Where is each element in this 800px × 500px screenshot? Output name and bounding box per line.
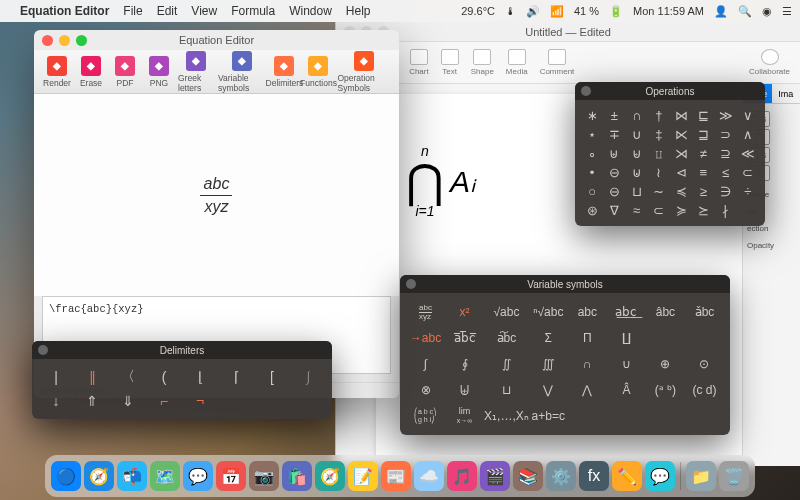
var-symbol[interactable] (685, 403, 724, 429)
bg-tb-collab[interactable]: Collaborate (749, 49, 790, 76)
var-symbol[interactable]: ⋀ (568, 377, 607, 403)
dock-app-9[interactable]: 📝 (348, 461, 378, 491)
var-symbol[interactable]: Â (607, 377, 646, 403)
delim-symbol[interactable]: [ (254, 365, 290, 389)
delim-symbol[interactable]: ⎰ (290, 365, 326, 389)
inspector-tab-image[interactable]: Ima (772, 84, 801, 104)
battery-icon[interactable]: 🔋 (609, 5, 623, 18)
menu-formula[interactable]: Formula (231, 4, 275, 18)
dock-app-3[interactable]: 🗺️ (150, 461, 180, 491)
var-symbol[interactable] (685, 325, 724, 351)
dock-app-2[interactable]: 📬 (117, 461, 147, 491)
var-symbol[interactable]: ⎛a b c⎞⎝g h i⎠ (406, 403, 445, 429)
op-symbol[interactable]: ∪ (626, 125, 648, 144)
delim-symbol[interactable]: ⌊ (182, 365, 218, 389)
op-symbol[interactable]: ∇ (603, 201, 625, 220)
bg-tb-chart[interactable]: Chart (409, 49, 429, 76)
var-symbol[interactable] (646, 325, 685, 351)
op-symbol[interactable]: ≫ (715, 106, 737, 125)
notification-icon[interactable]: ☰ (782, 5, 792, 18)
delim-symbol[interactable] (218, 389, 254, 413)
var-symbol[interactable]: a+b=c (529, 403, 568, 429)
traffic-lights[interactable] (42, 35, 87, 46)
var-symbol[interactable]: (c d) (685, 377, 724, 403)
var-symbol[interactable]: a͠bc (484, 325, 529, 351)
op-symbol[interactable]: ⪰ (692, 201, 714, 220)
var-symbol[interactable]: ∐ (607, 325, 646, 351)
op-symbol[interactable]: ≼ (670, 182, 692, 201)
op-symbol[interactable]: ≽ (670, 201, 692, 220)
dock-app-5[interactable]: 📅 (216, 461, 246, 491)
op-symbol[interactable]: ⊔ (626, 182, 648, 201)
var-symbol[interactable]: X₁,…,Xₙ (484, 403, 529, 429)
op-symbol[interactable]: ⊂ (737, 163, 759, 182)
op-symbol[interactable]: ≡ (692, 163, 714, 182)
bg-tb-media[interactable]: Media (506, 49, 528, 76)
ee-tb-operation-symbols[interactable]: ◆Operation Symbols (337, 51, 391, 93)
op-symbol[interactable]: ∋ (715, 182, 737, 201)
ee-tb-functions[interactable]: ◆Functions (303, 56, 333, 88)
var-symbol[interactable]: (ᵃ ᵇ) (646, 377, 685, 403)
clock[interactable]: Mon 11:59 AM (633, 5, 704, 17)
var-symbol[interactable]: ∫ (406, 351, 445, 377)
op-symbol[interactable]: ⊒ (692, 125, 714, 144)
menu-edit[interactable]: Edit (157, 4, 178, 18)
delim-symbol[interactable]: ( (146, 365, 182, 389)
ee-titlebar[interactable]: Equation Editor (34, 30, 399, 50)
var-symbol[interactable] (607, 403, 646, 429)
op-symbol[interactable]: ∓ (603, 125, 625, 144)
var-symbol[interactable]: limx→∞ (445, 403, 484, 429)
user-icon[interactable]: 👤 (714, 5, 728, 18)
op-symbol[interactable]: ⊖ (603, 182, 625, 201)
delim-symbol[interactable]: ⇑ (74, 389, 110, 413)
ee-tb-delimiters[interactable]: ◆Delimiters (269, 56, 299, 88)
close-icon[interactable] (581, 86, 591, 96)
ee-tb-variable-symbols[interactable]: ◆Variable symbols (218, 51, 265, 93)
op-symbol[interactable]: ≤ (715, 163, 737, 182)
ee-tb-render[interactable]: ◆Render (42, 56, 72, 88)
bg-tb-text[interactable]: Text (441, 49, 459, 76)
op-symbol[interactable]: ∼ (648, 182, 670, 201)
var-symbol[interactable]: ∬ (484, 351, 529, 377)
var-symbol[interactable]: ⨄ (445, 377, 484, 403)
ee-tb-png[interactable]: ◆PNG (144, 56, 174, 88)
op-symbol[interactable]: ≠ (692, 144, 714, 163)
delim-symbol[interactable]: ⇓ (110, 389, 146, 413)
op-symbol[interactable]: ⊇ (715, 144, 737, 163)
delim-symbol[interactable]: ¬ (182, 389, 218, 413)
var-symbol[interactable]: a̅b̅c̅ (445, 325, 484, 351)
var-symbol[interactable]: →abc (406, 325, 445, 351)
volume-icon[interactable]: 🔊 (526, 5, 540, 18)
op-symbol[interactable]: ⊎ (603, 144, 625, 163)
var-symbol[interactable]: ⁿ√abc (529, 299, 568, 325)
op-symbol[interactable]: ⊖ (603, 163, 625, 182)
op-symbol[interactable]: ⊌ (626, 144, 648, 163)
op-symbol[interactable]: ⋉ (670, 125, 692, 144)
op-symbol[interactable]: ± (603, 106, 625, 125)
op-symbol[interactable]: ⊑ (692, 106, 714, 125)
op-symbol[interactable]: ∤ (715, 201, 737, 220)
bg-titlebar[interactable]: Untitled — Edited (336, 22, 800, 42)
var-symbol[interactable]: ⊗ (406, 377, 445, 403)
dock-app-18[interactable]: 💬 (645, 461, 675, 491)
var-symbol[interactable]: Σ (529, 325, 568, 351)
delim-symbol[interactable]: ‖ (74, 365, 110, 389)
var-symbol[interactable]: ∭ (529, 351, 568, 377)
op-symbol[interactable]: ⊛ (581, 201, 603, 220)
var-symbol[interactable]: ∪ (607, 351, 646, 377)
dock-app-20[interactable]: 🗑️ (719, 461, 749, 491)
dock-app-7[interactable]: 🛍️ (282, 461, 312, 491)
var-symbol[interactable]: ⊙ (685, 351, 724, 377)
dock-app-14[interactable]: 📚 (513, 461, 543, 491)
op-symbol[interactable]: ≪ (737, 144, 759, 163)
var-symbol[interactable]: √abc (484, 299, 529, 325)
op-symbol[interactable]: ∩ (626, 106, 648, 125)
op-symbol[interactable]: ⋆ (581, 125, 603, 144)
op-symbol[interactable]: ≀ (648, 163, 670, 182)
delimiters-palette[interactable]: Delimiters |‖〈(⌊⌈[⎰↓⇑⇓⌐¬ (32, 341, 332, 419)
var-symbol[interactable] (646, 403, 685, 429)
menu-window[interactable]: Window (289, 4, 332, 18)
var-symbol[interactable]: abc (568, 299, 607, 325)
var-symbol[interactable]: ⋁ (529, 377, 568, 403)
ee-tb-pdf[interactable]: ◆PDF (110, 56, 140, 88)
